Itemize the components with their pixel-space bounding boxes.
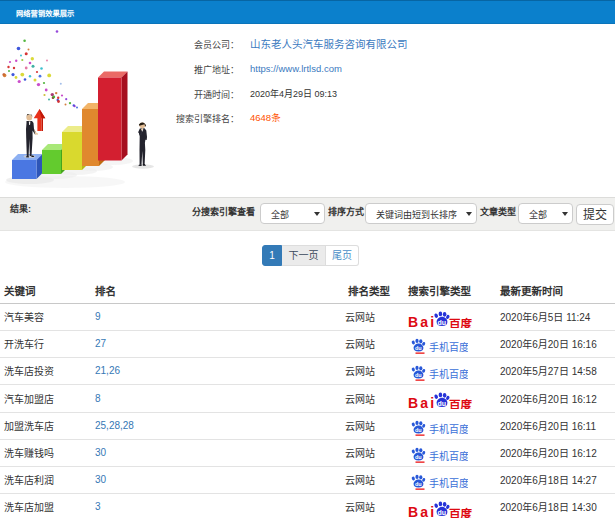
svg-text:Bai: Bai — [408, 314, 436, 328]
svg-text:百度: 百度 — [449, 398, 472, 410]
svg-text:手机百度: 手机百度 — [429, 450, 468, 462]
svg-text:du: du — [438, 400, 447, 407]
svg-text:du: du — [415, 427, 422, 433]
svg-text:Bai: Bai — [408, 504, 436, 518]
svg-text:手机百度: 手机百度 — [429, 368, 468, 380]
svg-text:百度: 百度 — [449, 316, 472, 328]
svg-text:百度: 百度 — [449, 506, 472, 518]
svg-text:手机百度: 手机百度 — [429, 341, 468, 353]
svg-text:Bai: Bai — [408, 395, 436, 409]
svg-text:du: du — [438, 508, 447, 515]
svg-text:du: du — [415, 345, 422, 351]
svg-text:手机百度: 手机百度 — [429, 423, 468, 435]
svg-text:手机百度: 手机百度 — [429, 477, 468, 489]
svg-text:du: du — [438, 318, 447, 325]
svg-text:du: du — [415, 481, 422, 487]
svg-text:du: du — [415, 372, 422, 378]
svg-text:du: du — [415, 454, 422, 460]
